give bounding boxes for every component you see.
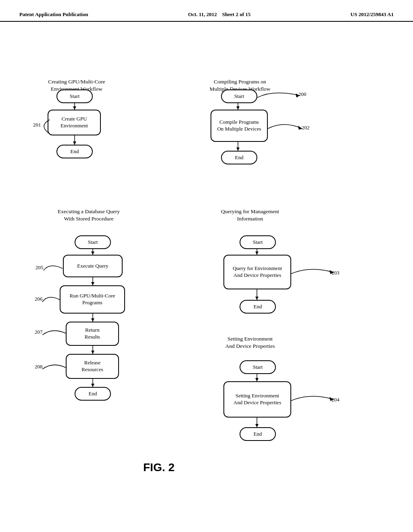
title-mid-right: Querying for ManagementInformation xyxy=(198,208,302,222)
node-tl-end: End xyxy=(56,145,93,158)
ref-203: 203 xyxy=(332,270,340,276)
ref-206: 206 xyxy=(35,296,43,302)
svg-marker-7 xyxy=(236,148,240,151)
node-ml-run: Run GPU/Multi-CorePrograms xyxy=(60,285,125,314)
svg-marker-1 xyxy=(73,106,76,110)
ref-205: 205 xyxy=(35,264,44,271)
node-tr-end: End xyxy=(221,151,257,164)
svg-marker-11 xyxy=(91,282,94,285)
ref-201: 201 xyxy=(33,122,41,128)
svg-marker-21 xyxy=(255,297,259,300)
header-sheet: Sheet 2 of 15 xyxy=(222,11,250,17)
ref-202: 202 xyxy=(302,125,310,131)
node-tr-compile: Compile ProgramsOn Multiple Devices xyxy=(211,110,268,142)
node-br-start: Start xyxy=(240,360,276,374)
node-tr-start: Start xyxy=(221,89,257,103)
ref-207: 207 xyxy=(35,329,43,335)
svg-marker-23 xyxy=(255,378,259,381)
node-mr-end: End xyxy=(240,300,276,314)
node-ml-start: Start xyxy=(75,235,111,249)
page-header: Patent Application Publication Oct. 11, … xyxy=(0,0,413,22)
svg-marker-15 xyxy=(91,351,94,354)
header-date-sheet: Oct. 11, 2012 Sheet 2 of 15 xyxy=(188,11,250,18)
node-br-end: End xyxy=(240,427,276,441)
page: Patent Application Publication Oct. 11, … xyxy=(0,0,413,532)
title-bot-right: Setting EnvironmentAnd Device Properties xyxy=(198,335,302,349)
header-date: Oct. 11, 2012 xyxy=(188,11,217,17)
header-publication: Patent Application Publication xyxy=(19,11,88,18)
node-ml-execute: Execute Query xyxy=(63,255,123,277)
svg-marker-25 xyxy=(255,424,259,427)
diagram-area: Creating GPU/Multi-CoreEnvironment Workf… xyxy=(0,22,413,513)
title-mid-left: Executing a Database QueryWith Stored Pr… xyxy=(40,208,137,222)
node-mr-query: Query for EnvironmentAnd Device Properti… xyxy=(223,255,291,289)
svg-marker-3 xyxy=(73,141,76,145)
svg-marker-13 xyxy=(91,318,94,322)
svg-marker-9 xyxy=(91,251,94,255)
ref-204: 204 xyxy=(332,397,340,403)
ref-200: 200 xyxy=(298,91,307,98)
node-ml-return: ReturnResults xyxy=(66,322,119,346)
node-tl-start: Start xyxy=(56,89,93,103)
svg-marker-5 xyxy=(236,106,240,110)
svg-marker-19 xyxy=(255,251,259,255)
node-tl-create: Create GPUEnvironment xyxy=(48,110,101,135)
node-ml-release: ReleaseResources xyxy=(66,354,119,379)
fig-label: FIG. 2 xyxy=(143,461,175,474)
ref-208: 208 xyxy=(35,364,43,370)
header-patent-number: US 2012/259843 A1 xyxy=(350,11,394,18)
node-ml-end: End xyxy=(75,387,111,401)
svg-marker-17 xyxy=(91,384,94,387)
node-br-setting: Setting EnvironmentAnd Device Properties xyxy=(223,381,291,418)
node-mr-start: Start xyxy=(240,235,276,249)
